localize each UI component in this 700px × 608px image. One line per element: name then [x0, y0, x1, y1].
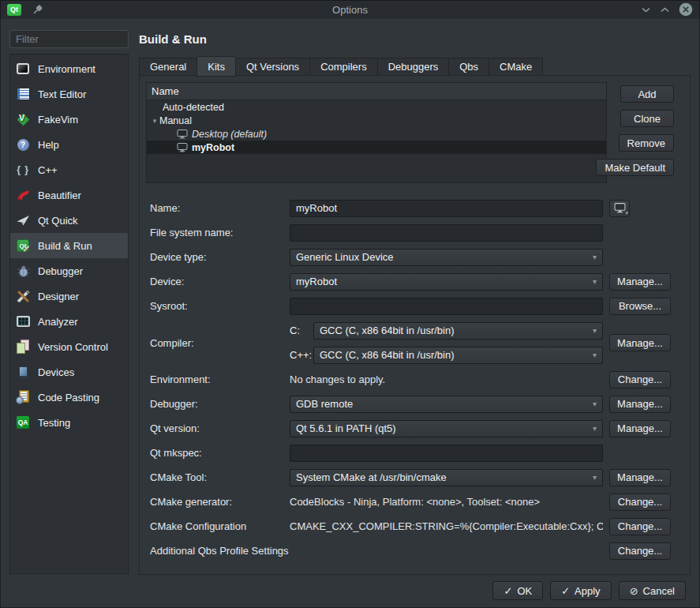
chevron-down-icon: ▾	[593, 351, 597, 359]
form-row-cmake-configuration: CMake Configuration CMAKE_CXX_COMPILER:S…	[150, 514, 671, 539]
kit-item-myrobot[interactable]: myRobot	[147, 141, 606, 154]
sidebar-item-label: Qt Quick	[38, 215, 78, 227]
sidebar-item-designer[interactable]: Designer	[10, 283, 128, 309]
sidebar-item-cpp[interactable]: { } C++	[10, 157, 128, 182]
form-row-cmake-generator: CMake generator: CodeBlocks - Ninja, Pla…	[150, 490, 671, 514]
form-row-cmake-tool: CMake Tool: System CMake at /usr/bin/cma…	[150, 465, 671, 490]
apply-label: Apply	[575, 585, 601, 597]
device-type-combo[interactable]: Generic Linux Device ▾	[290, 249, 603, 266]
sidebar-item-version-control[interactable]: Version Control	[10, 334, 128, 359]
kit-group-manual[interactable]: ▾ Manual	[147, 114, 606, 127]
sidebar-item-code-pasting[interactable]: Code Pasting	[10, 385, 128, 410]
tab-kits[interactable]: Kits	[197, 56, 236, 77]
sidebar-item-debugger[interactable]: Debugger	[10, 258, 128, 283]
cmake-configuration-change-button[interactable]: Change...	[609, 518, 671, 535]
device-manage-button[interactable]: Manage...	[609, 273, 671, 291]
clone-button[interactable]: Clone	[620, 110, 674, 127]
environment-change-button[interactable]: Change...	[609, 371, 671, 388]
compiler-manage-button[interactable]: Manage...	[609, 334, 671, 351]
sidebar-item-fakevim[interactable]: V FakeVim	[10, 107, 128, 132]
settings-category-list: Environment Text Editor V FakeVim ? Help…	[9, 54, 129, 574]
window-title: Options	[0, 4, 700, 16]
filter-input[interactable]	[9, 30, 129, 48]
sysroot-input[interactable]	[290, 298, 603, 315]
name-input[interactable]	[290, 200, 603, 217]
form-row-file-system-name: File system name:	[150, 220, 671, 245]
qt-version-combo[interactable]: Qt 5.6.1 in PATH (qt5) ▾	[290, 420, 603, 437]
form-row-qt-version: Qt version: Qt 5.6.1 in PATH (qt5) ▾ Man…	[150, 416, 671, 441]
apply-button[interactable]: ✓ Apply	[550, 581, 611, 600]
sysroot-browse-button[interactable]: Browse...	[609, 298, 671, 315]
qt-mkspec-input[interactable]	[290, 445, 603, 462]
chevron-down-icon: ▾	[593, 400, 597, 408]
version-control-icon	[16, 340, 30, 354]
device-variable-button[interactable]: ▾	[609, 200, 630, 217]
compiler-c-combo[interactable]: GCC (C, x86 64bit in /usr/bin) ▾	[313, 322, 603, 340]
sidebar-item-devices[interactable]: Devices	[10, 359, 128, 385]
remove-button[interactable]: Remove	[619, 134, 674, 152]
form-row-environment: Environment: No changes to apply. Change…	[150, 367, 671, 392]
sidebar-item-environment[interactable]: Environment	[10, 56, 128, 81]
kit-group-autodetected[interactable]: Auto-detected	[147, 100, 606, 114]
tree-item-label: Desktop (default)	[192, 129, 267, 140]
cmake-generator-change-button[interactable]: Change...	[609, 494, 671, 511]
page-title: Build & Run	[139, 32, 207, 46]
compiler-cpp-label: C++:	[290, 349, 313, 361]
name-label: Name:	[150, 202, 290, 214]
sidebar-item-text-editor[interactable]: Text Editor	[10, 81, 128, 107]
make-default-button[interactable]: Make Default	[596, 159, 674, 176]
qt-version-label: Qt version:	[150, 422, 290, 434]
device-type-label: Device type:	[150, 251, 290, 263]
kit-item-desktop[interactable]: Desktop (default)	[147, 127, 606, 141]
sidebar-item-label: Version Control	[38, 341, 108, 353]
tab-label: Qt Versions	[246, 61, 299, 73]
tab-label: General	[150, 61, 186, 73]
sidebar-item-label: C++	[38, 164, 58, 176]
qbs-profile-change-button[interactable]: Change...	[609, 542, 671, 560]
options-dialog: { "icons": { "combo_arrow": "▾", "tree_e…	[0, 0, 700, 608]
sidebar-item-testing[interactable]: QA Testing	[10, 410, 128, 435]
sidebar-item-analyzer[interactable]: Analyzer	[10, 309, 128, 334]
qt-version-manage-button[interactable]: Manage...	[609, 420, 671, 437]
devices-icon	[16, 365, 30, 379]
debugger-combo[interactable]: GDB remote ▾	[290, 396, 603, 413]
cancel-button[interactable]: ⊘ Cancel	[619, 581, 686, 600]
form-row-device-type: Device type: Generic Linux Device ▾	[150, 245, 671, 269]
compiler-cpp-combo[interactable]: GCC (C, x86 64bit in /usr/bin) ▾	[313, 347, 603, 364]
kits-tree: Name Auto-detected ▾ Manual Desktop (def…	[146, 82, 607, 183]
tab-qt-versions[interactable]: Qt Versions	[235, 58, 310, 76]
minimize-icon[interactable]	[641, 4, 651, 16]
sidebar-item-label: Testing	[38, 417, 70, 429]
fakevim-icon: V	[16, 112, 30, 126]
cmake-tool-manage-button[interactable]: Manage...	[609, 469, 671, 486]
tab-general[interactable]: General	[139, 58, 197, 76]
sidebar-item-beautifier[interactable]: Beautifier	[10, 182, 128, 208]
sidebar-item-label: Debugger	[38, 265, 83, 277]
monitor-icon	[177, 129, 188, 139]
cpp-icon: { }	[16, 163, 30, 177]
sidebar-item-build-and-run[interactable]: Qt Build & Run	[10, 233, 128, 258]
ok-button[interactable]: ✓ OK	[492, 581, 543, 600]
tab-compilers[interactable]: Compilers	[309, 58, 378, 76]
file-system-name-input[interactable]	[290, 224, 603, 242]
compiler-c-label: C:	[290, 325, 313, 336]
sidebar-item-qt-quick[interactable]: Qt Quick	[10, 208, 128, 233]
pin-icon[interactable]	[32, 4, 43, 15]
cmake-tool-combo[interactable]: System CMake at /usr/bin/cmake ▾	[290, 469, 603, 486]
tab-qbs[interactable]: Qbs	[448, 58, 489, 76]
debugger-manage-button[interactable]: Manage...	[609, 396, 671, 413]
maximize-icon[interactable]	[660, 4, 670, 16]
cmake-generator-label: CMake generator:	[150, 496, 290, 508]
form-row-qbs-profile: Additional Qbs Profile Settings Change..…	[150, 539, 671, 563]
add-button[interactable]: Add	[620, 85, 674, 103]
cmake-configuration-value: CMAKE_CXX_COMPILER:STRING=%{Compiler:Exe…	[290, 520, 603, 532]
sidebar-item-help[interactable]: ? Help	[10, 132, 128, 157]
chevron-down-icon[interactable]: ▾	[150, 117, 159, 125]
check-icon: ✓	[561, 585, 570, 597]
tab-debuggers[interactable]: Debuggers	[377, 58, 450, 76]
device-combo[interactable]: myRobot ▾	[290, 273, 603, 291]
sidebar-item-label: Environment	[38, 63, 95, 75]
tab-cmake[interactable]: CMake	[489, 58, 543, 76]
device-label: Device:	[150, 276, 290, 287]
close-icon[interactable]	[679, 2, 693, 17]
